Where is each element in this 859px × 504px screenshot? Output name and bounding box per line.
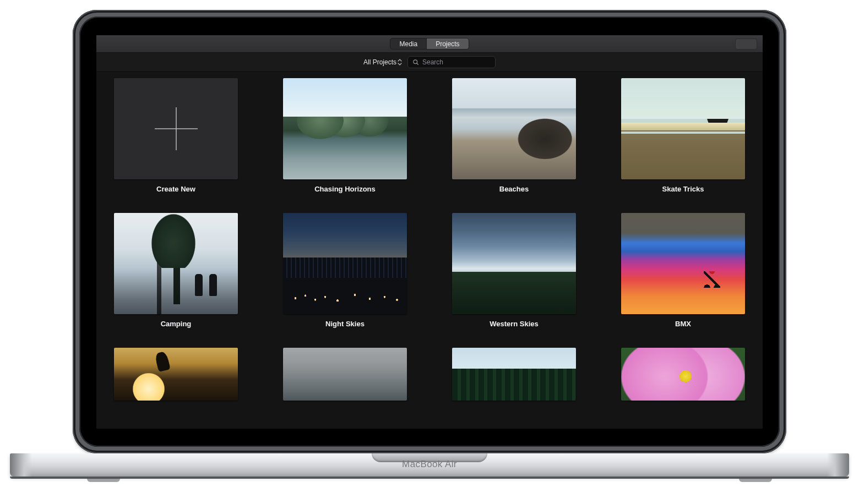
project-thumb[interactable] [452, 213, 576, 314]
projects-content: Create New Chasing Horizons Beaches [96, 72, 763, 429]
project-title: Western Skies [490, 320, 539, 328]
project-tile[interactable]: Skate Tricks [618, 78, 748, 193]
project-title: Beaches [499, 185, 529, 193]
project-thumb[interactable] [114, 348, 238, 401]
project-thumb[interactable] [621, 348, 745, 401]
create-new-thumb[interactable] [114, 78, 238, 179]
laptop-deck: MacBook Air [10, 453, 849, 476]
laptop-foot [739, 479, 772, 482]
project-tile[interactable]: Camping [111, 213, 241, 328]
project-thumb[interactable] [621, 78, 745, 179]
title-bar: Media Projects [96, 35, 763, 53]
project-thumb[interactable] [452, 348, 576, 401]
project-tile[interactable]: Night Skies [280, 213, 410, 328]
create-new-label: Create New [156, 185, 195, 193]
project-title: BMX [675, 320, 691, 328]
tab-media[interactable]: Media [390, 39, 426, 49]
project-thumb[interactable] [452, 78, 576, 179]
project-tile[interactable] [111, 348, 241, 401]
toolbar: All Projects [96, 53, 763, 72]
project-tile[interactable]: Chasing Horizons [280, 78, 410, 193]
app-screen: Media Projects All Projects [96, 35, 763, 429]
project-thumb[interactable] [114, 213, 238, 314]
laptop-foot [87, 479, 120, 482]
project-title: Camping [161, 320, 192, 328]
view-segmented-control: Media Projects [390, 38, 469, 50]
project-tile[interactable] [280, 348, 410, 401]
create-new-tile[interactable]: Create New [111, 78, 241, 193]
project-tile[interactable]: BMX [618, 213, 748, 328]
tab-projects[interactable]: Projects [426, 39, 468, 49]
project-title: Night Skies [325, 320, 365, 328]
project-thumb[interactable] [283, 78, 407, 179]
project-title: Chasing Horizons [314, 185, 376, 193]
search-icon [412, 59, 419, 65]
project-tile[interactable]: Western Skies [449, 213, 579, 328]
search-box[interactable] [407, 56, 496, 68]
project-thumb[interactable] [283, 348, 407, 401]
svg-line-1 [417, 63, 418, 64]
trackpad-notch [372, 453, 487, 462]
search-input[interactable] [422, 58, 491, 66]
updown-chevron-icon [398, 59, 402, 65]
project-thumb[interactable] [621, 213, 745, 314]
project-tile[interactable] [449, 348, 579, 401]
plus-icon [153, 105, 200, 152]
scope-dropdown[interactable]: All Projects [363, 58, 402, 66]
project-thumb[interactable] [283, 213, 407, 314]
scope-label: All Projects [363, 58, 396, 66]
project-title: Skate Tricks [662, 185, 704, 193]
project-tile[interactable] [618, 348, 748, 401]
project-tile[interactable]: Beaches [449, 78, 579, 193]
window-resize-button[interactable] [735, 39, 757, 50]
